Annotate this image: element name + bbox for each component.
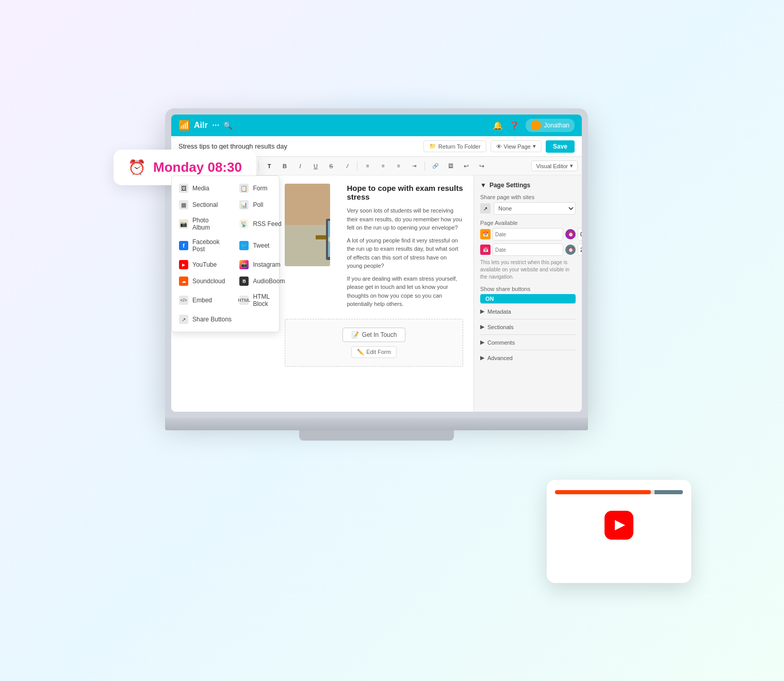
availability-desc: This lets you restrict when this page is… — [480, 259, 576, 281]
article-para-3: If you are dealing with exam stress your… — [347, 274, 463, 309]
article-para-2: A lot of young people find it very stres… — [347, 236, 463, 270]
calendar-end-icon: 📅 — [480, 245, 491, 255]
dropdown-item-facebook[interactable]: f Facebook Post — [172, 235, 232, 256]
youtube-progress-bar — [555, 490, 683, 494]
edit-form-button[interactable]: ✏️ Edit Form — [351, 346, 397, 358]
clock-end-icon: ⏰ — [565, 245, 576, 255]
scene: ⏰ Monday 08:30 📶 Ailr ⋯ 🔍 🔔 ❓ — [83, 57, 701, 624]
sectional-icon: ▦ — [179, 200, 188, 209]
metadata-section[interactable]: ▶ Metadata — [480, 303, 576, 319]
align-center-btn[interactable]: ≡ — [377, 160, 390, 172]
user-badge[interactable]: Jonathan — [526, 119, 575, 132]
eye-icon: 👁 — [496, 143, 502, 150]
toolbar-divider-3 — [424, 161, 425, 171]
form-icon: 📝 — [351, 331, 359, 338]
chevron-down-icon: ▾ — [533, 143, 536, 150]
view-page-button[interactable]: 👁 View Page ▾ — [491, 140, 542, 152]
redo-btn[interactable]: ↪ — [475, 160, 488, 172]
form-block: 📝 Get In Touch ✏️ Edit Form — [285, 319, 463, 367]
youtube-card — [547, 480, 691, 583]
toolbar-divider-2 — [357, 161, 357, 171]
bold-btn[interactable]: B — [278, 160, 291, 172]
poll-icon: 📊 — [239, 200, 249, 209]
photo-album-icon: 📷 — [179, 219, 188, 229]
dropdown-item-tweet[interactable]: 🐦 Tweet — [232, 235, 292, 256]
page-title-input[interactable] — [178, 142, 423, 150]
dropdown-item-audioboom[interactable]: B AudioBoom — [232, 273, 292, 289]
content-editor: 🖼 Media 📋 Form ▦ Sectio — [171, 175, 473, 412]
form-icon: 📋 — [239, 184, 249, 193]
chevron-right-icon-2: ▶ — [480, 323, 484, 330]
article-body: Hope to cope with exam results stress Ve… — [347, 184, 463, 313]
page-available-label: Page Available — [480, 220, 576, 226]
align-left-btn[interactable]: ≡ — [361, 160, 374, 172]
date-end-input[interactable] — [493, 244, 563, 256]
comments-section[interactable]: ▶ Comments — [480, 334, 576, 350]
link-btn[interactable]: 🔗 — [429, 160, 442, 172]
chevron-down-icon: ▾ — [570, 163, 573, 169]
time-start-input[interactable] — [578, 228, 582, 240]
undo-btn[interactable]: ↩ — [460, 160, 473, 172]
share-toggle[interactable]: ON — [480, 294, 576, 303]
sectionals-section[interactable]: ▶ Sectionals — [480, 319, 576, 334]
share-icon: ↗ — [179, 315, 188, 324]
media-icon: 🖼 — [179, 184, 188, 193]
date-row-end: 📅 ⏰ — [480, 244, 576, 256]
avatar — [531, 120, 541, 131]
visual-editor-button[interactable]: Visual Editor ▾ — [531, 160, 578, 171]
dropdown-item-instagram[interactable]: 📸 Instagram — [232, 256, 292, 273]
image-btn[interactable]: 🖼 — [444, 160, 458, 172]
text-icon[interactable]: T — [263, 160, 276, 172]
chevron-right-icon: ▶ — [480, 308, 484, 315]
chevron-right-icon-4: ▶ — [480, 354, 484, 361]
laptop-stand — [299, 430, 454, 441]
youtube-icon: ▶ — [179, 260, 188, 269]
dropdown-item-poll[interactable]: 📊 Poll — [232, 197, 292, 213]
youtube-icon-area — [547, 494, 691, 556]
article-para-1: Very soon lots of students will be recei… — [347, 206, 463, 232]
dropdown-item-rss[interactable]: 📡 RSS Feed — [232, 213, 292, 235]
logo-grid-icon: ⋯ — [212, 121, 219, 129]
dropdown-item-html[interactable]: HTML HTML Block — [232, 289, 292, 311]
date-row-start: 📅 ⏰ - — [480, 228, 576, 240]
youtube-progress-fill — [555, 490, 651, 494]
facebook-icon: f — [179, 241, 188, 250]
share-sites-select[interactable]: None — [494, 202, 576, 215]
underline-btn[interactable]: U — [309, 160, 322, 172]
date-start-input[interactable] — [493, 228, 563, 240]
italic-btn-2[interactable]: 𝐼 — [340, 160, 353, 172]
logo-text: Ailr — [194, 121, 208, 130]
play-triangle-icon — [615, 520, 625, 530]
dropdown-item-soundcloud[interactable]: ☁ Soundcloud — [172, 273, 232, 289]
dropdown-item-sectional[interactable]: ▦ Sectional — [172, 197, 232, 213]
insert-dropdown: 🖼 Media 📋 Form ▦ Sectio — [171, 175, 280, 332]
dropdown-item-embed[interactable]: </> Embed — [172, 289, 232, 311]
time-end-input[interactable] — [578, 244, 582, 256]
dropdown-item-youtube[interactable]: ▶ YouTube — [172, 256, 232, 273]
clock-icon: ⏰ — [128, 159, 146, 176]
twitter-icon: 🐦 — [239, 241, 249, 250]
get-in-touch-button[interactable]: 📝 Get In Touch — [342, 328, 406, 342]
dropdown-item-photo-album[interactable]: 📷 Photo Album — [172, 213, 232, 235]
dropdown-item-media[interactable]: 🖼 Media — [172, 180, 232, 197]
dropdown-item-share[interactable]: ↗ Share Buttons — [172, 311, 292, 328]
app-header: 📶 Ailr ⋯ 🔍 🔔 ❓ Jonathan — [171, 115, 582, 136]
italic-btn[interactable]: I — [293, 160, 307, 172]
logo-wifi-icon: 📶 — [178, 120, 190, 131]
app-logo: 📶 Ailr ⋯ 🔍 — [178, 120, 232, 131]
indent-btn[interactable]: ⇥ — [407, 160, 421, 172]
return-folder-button[interactable]: 📁 Return To Folder — [423, 140, 486, 152]
advanced-section[interactable]: ▶ Advanced — [480, 350, 576, 365]
dropdown-item-form[interactable]: 📋 Form — [232, 180, 292, 197]
chevron-right-icon-3: ▶ — [480, 339, 484, 346]
article-content: Hope to cope with exam results stress Ve… — [274, 175, 473, 375]
notification-icon[interactable]: 🔔 — [493, 121, 503, 131]
logo-search-icon[interactable]: 🔍 — [223, 121, 232, 129]
strikethrough-btn[interactable]: S — [324, 160, 338, 172]
toolbar-divider-1 — [258, 161, 259, 171]
align-right-btn[interactable]: ≡ — [392, 160, 405, 172]
html-icon: HTML — [239, 296, 249, 305]
youtube-play-button[interactable] — [605, 511, 633, 540]
help-icon[interactable]: ❓ — [509, 121, 519, 131]
save-button[interactable]: Save — [546, 140, 575, 153]
